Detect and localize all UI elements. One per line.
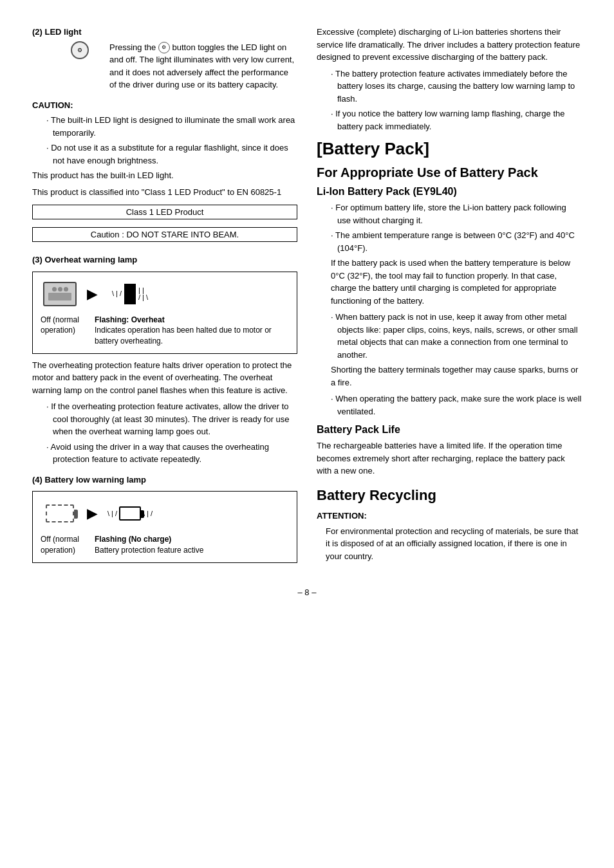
caution-title: CAUTION:	[32, 99, 297, 112]
arrow-icon: ▶	[87, 286, 97, 302]
battery-body-bullet-1: The battery protection feature activates…	[326, 68, 582, 106]
overheat-title: (3) Overheat warning lamp	[32, 254, 297, 266]
led-light-title: (2) LED light	[32, 26, 297, 39]
caution-beam-label: Caution : DO NOT STARE INTO BEAM.	[32, 227, 297, 242]
battery-body-bullet-2: If you notice the battery low warning la…	[326, 107, 582, 133]
overheat-captions: Off (normal operation) Flashing: Overhea…	[41, 315, 289, 347]
battery-low-section: (4) Battery low warning lamp ▶ \ | /	[32, 474, 297, 563]
battery-recycling-section: Battery Recycling ATTENTION: For environ…	[317, 486, 582, 563]
battery-low-body-bullets: The battery protection feature activates…	[317, 68, 582, 133]
attention-text: For environmental protection and recycli…	[317, 525, 582, 563]
page-number: – 8 –	[32, 587, 582, 597]
battery-flash-label: Flashing (No charge)	[95, 535, 171, 544]
li-ion-note: If the battery pack is used when the bat…	[326, 257, 582, 307]
right-column: Excessive (complete) discharging of Li-i…	[317, 26, 582, 568]
battery-off-icon	[41, 498, 79, 529]
battery-flash-icon: \ | / \ | /	[104, 498, 156, 529]
battery-off-label: Off (normal operation)	[41, 535, 79, 555]
li-ion-section: Li-Ion Battery Pack (EY9L40) For optimum…	[317, 186, 582, 418]
arrow2-icon: ▶	[87, 506, 97, 521]
product-note-2: This product is classified into "Class 1…	[32, 186, 297, 199]
overheat-flash-caption: Flashing: Overheat Indicates operation h…	[95, 315, 289, 347]
overheat-flash-desc: Indicates operation has been halted due …	[95, 326, 272, 346]
product-note-1: This product has the built-in LED light.	[32, 169, 297, 182]
attention-label: ATTENTION:	[317, 510, 582, 522]
li-ion-bullet-3: When battery pack is not in use, keep it…	[326, 311, 582, 361]
li-ion-bullets: For optimum battery life, store the Li-i…	[317, 201, 582, 418]
li-ion-heading: Li-Ion Battery Pack (EY9L40)	[317, 186, 582, 198]
battery-low-body-text: Excessive (complete) discharging of Li-i…	[317, 26, 582, 64]
caution-bullet-2: Do not use it as a substitute for a regu…	[41, 142, 297, 167]
battery-flash-desc: Battery protection feature active	[95, 546, 203, 555]
overheat-diagram-row: ▶ \ | / | |/ | \	[41, 279, 289, 309]
overheat-bullet-2: Avoid using the driver in a way that cau…	[41, 441, 297, 466]
overheat-flash-icon: \ | / | |/ | \	[104, 279, 156, 309]
battery-captions: Off (normal operation) Flashing (No char…	[41, 534, 289, 556]
overheat-off-label: Off (normal operation)	[41, 315, 79, 335]
overheat-bullet-1: If the overheating protection feature ac…	[41, 400, 297, 438]
battery-pack-life-text: The rechargeable batteries have a limite…	[317, 439, 582, 477]
led-description: Pressing the ⚙ button toggles the LED li…	[109, 41, 297, 91]
overheat-off-icon	[41, 279, 79, 309]
battery-low-diagram: ▶ \ | / \ | / Off (normal	[32, 491, 297, 563]
battery-off-caption: Off (normal operation)	[41, 534, 87, 556]
battery-pack-section: [Battery Pack] For Appropriate Use of Ba…	[317, 139, 582, 562]
caution-bullet-1: The built-in LED light is designed to il…	[41, 114, 297, 139]
battery-pack-life-heading: Battery Pack Life	[317, 424, 582, 436]
battery-diagram-row: ▶ \ | / \ | /	[41, 498, 289, 529]
class-led-label: Class 1 LED Product	[32, 205, 297, 219]
battery-low-body: Excessive (complete) discharging of Li-i…	[317, 26, 582, 133]
left-column: (2) LED light ⚙ Pressing the ⚙ button to…	[32, 26, 297, 568]
li-ion-bullet-1: For optimum battery life, store the Li-i…	[326, 201, 582, 226]
overheat-flash-label: Flashing: Overheat	[95, 315, 165, 324]
caution-bullets: The built-in LED light is designed to il…	[32, 114, 297, 167]
overheat-section: (3) Overheat warning lamp	[32, 254, 297, 466]
overheat-body-text: The overheating protection feature halts…	[32, 359, 297, 397]
li-ion-bullet-4: When operating the battery pack, make su…	[326, 392, 582, 418]
overheat-bullets: If the overheating protection feature ac…	[32, 400, 297, 466]
appropriate-use-heading: For Appropriate Use of Battery Pack	[317, 164, 582, 181]
battery-pack-heading: [Battery Pack]	[317, 139, 582, 159]
overheat-diagram: ▶ \ | / | |/ | \ Off (normal operation)	[32, 272, 297, 354]
battery-recycling-heading: Battery Recycling	[317, 486, 582, 505]
led-button-area: ⚙	[32, 41, 103, 95]
led-light-section: (2) LED light ⚙ Pressing the ⚙ button to…	[32, 26, 297, 246]
led-button-icon: ⚙	[71, 41, 89, 59]
battery-flash-caption: Flashing (No charge) Battery protection …	[95, 534, 289, 556]
battery-pack-life-section: Battery Pack Life The rechargeable batte…	[317, 424, 582, 477]
li-ion-bullet-2: The ambient temperature range is between…	[326, 229, 582, 254]
battery-low-title: (4) Battery low warning lamp	[32, 474, 297, 486]
overheat-off-caption: Off (normal operation)	[41, 315, 87, 347]
shorting-note: Shorting the battery terminals together …	[326, 364, 582, 389]
